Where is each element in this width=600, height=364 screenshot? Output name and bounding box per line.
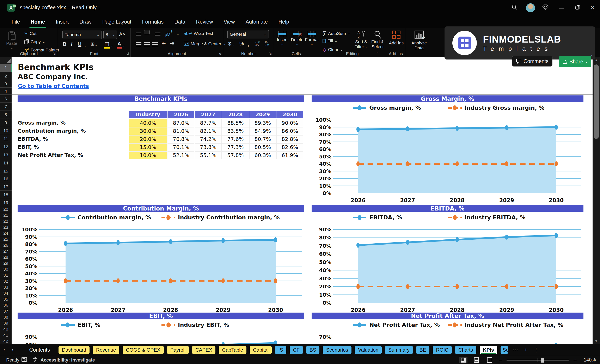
fill-color-button[interactable]: ▨ (104, 41, 110, 49)
search-icon[interactable] (509, 2, 520, 13)
row-header-6[interactable]: 6 (0, 95, 12, 103)
row-header-40[interactable]: 40 (0, 326, 12, 332)
row-header-41[interactable]: 41 (0, 332, 12, 338)
row-header-26[interactable]: 26 (0, 242, 12, 248)
row-header-39[interactable]: 39 (0, 320, 12, 326)
minimize-button[interactable]: — (556, 2, 567, 13)
year-value-cell[interactable]: 60.3% (249, 151, 276, 159)
row-header-1[interactable]: 1 (0, 64, 12, 72)
sheet-tab-cogs-opex[interactable]: COGS & OPEX (122, 346, 164, 354)
format-cells-button[interactable]: Format⌄ (305, 31, 319, 46)
align-bottom-icon[interactable] (155, 32, 160, 36)
row-header-29[interactable]: 29 (0, 260, 12, 266)
fill-button[interactable]: ↓Fill⌄ (323, 38, 338, 43)
year-value-cell[interactable]: 89.3% (249, 119, 276, 127)
sheet-tab-dashboard[interactable]: Dashboard (58, 346, 90, 354)
page-layout-view-button[interactable] (472, 357, 481, 363)
menu-tab-formulas[interactable]: Formulas (138, 17, 168, 27)
orientation-icon[interactable]: ab↗ (163, 28, 175, 39)
sheet-tab-sc[interactable]: Sc (500, 346, 508, 354)
row-header-36[interactable]: 36 (0, 302, 12, 308)
menu-tab-view[interactable]: View (219, 17, 239, 27)
row-header-2[interactable]: 2 (0, 72, 12, 80)
find-select-button[interactable]: Find & Select ⌄ (370, 30, 385, 55)
year-value-cell[interactable]: 82.8% (276, 135, 303, 143)
year-value-cell[interactable]: 73.8% (194, 143, 222, 151)
zoom-out-button[interactable]: − (498, 356, 502, 364)
row-headers[interactable]: 1234678910111213141516171819202122232425… (0, 64, 12, 344)
row-header-13[interactable]: 13 (0, 151, 12, 159)
worksheet[interactable]: Benchmark KPIs ABC Company Inc. Go to Ta… (12, 57, 592, 344)
row-header-7[interactable]: 7 (0, 103, 12, 111)
industry-value-cell[interactable]: 20.0% (128, 135, 168, 143)
sheet-tab-capex[interactable]: CAPEX (192, 346, 216, 354)
align-center-icon[interactable] (144, 42, 150, 46)
row-header-20[interactable]: 20 (0, 206, 12, 212)
row-header-14[interactable]: 14 (0, 159, 12, 167)
sheet-tab-roic[interactable]: ROIC (432, 346, 452, 354)
sheet-tab-kpis[interactable]: KPIs (479, 346, 498, 354)
comma-format-button[interactable]: , (247, 40, 249, 48)
vertical-scrollbar[interactable]: ▲ ▼ (592, 57, 600, 344)
sheet-tab-is[interactable]: IS (275, 346, 287, 354)
scroll-down-icon[interactable]: ▼ (592, 338, 600, 344)
year-value-cell[interactable]: 82.6% (276, 143, 303, 151)
year-value-cell[interactable]: 61.9% (276, 151, 303, 159)
paste-button[interactable]: Paste⌄ (6, 31, 17, 50)
underline-dropdown[interactable]: ⌄ (84, 43, 87, 47)
avatar[interactable] (525, 3, 536, 14)
insert-cells-button[interactable]: Insert⌄ (277, 31, 288, 46)
clipboard-dialog-launcher[interactable]: ⇲ (53, 52, 56, 56)
sheet-tab-captable[interactable]: CapTable (218, 346, 247, 354)
page-break-view-button[interactable] (485, 357, 494, 363)
row-header-9[interactable]: 9 (0, 119, 12, 127)
sheet-tab-bs[interactable]: BS (306, 346, 320, 354)
analyze-data-button[interactable]: Analyze Data (411, 31, 427, 50)
row-header-17[interactable]: 17 (0, 183, 12, 191)
row-header-27[interactable]: 27 (0, 248, 12, 254)
sheet-options-icon[interactable]: ⋮ (530, 346, 542, 353)
increase-font-icon[interactable]: A˄ (119, 31, 125, 37)
sheet-tab-summary[interactable]: Summary (384, 346, 413, 354)
decrease-decimal-button[interactable]: .00→.0 (264, 40, 269, 46)
menu-tab-page-layout[interactable]: Page Layout (98, 17, 136, 27)
industry-value-cell[interactable]: 40.0% (128, 119, 168, 127)
zoom-slider-thumb[interactable] (541, 358, 544, 363)
sort-filter-button[interactable]: AZ Sort & Filter ⌄ (354, 30, 369, 50)
industry-value-cell[interactable]: 30.0% (128, 127, 168, 135)
align-right-icon[interactable] (152, 42, 158, 46)
menu-tab-help[interactable]: Help (274, 17, 294, 27)
close-button[interactable]: ✕ (587, 2, 598, 13)
row-header-21[interactable]: 21 (0, 212, 12, 218)
normal-view-button[interactable] (459, 357, 468, 363)
sheet-tab-charts[interactable]: Charts (455, 346, 477, 354)
addins-button[interactable]: Add-ins (389, 31, 403, 46)
year-value-cell[interactable]: 87.0% (168, 119, 194, 127)
align-top-icon[interactable] (136, 32, 141, 36)
more-sheets-button[interactable]: ⋯ (510, 346, 521, 353)
align-left-icon[interactable] (136, 42, 141, 46)
industry-value-cell[interactable]: 15.0% (128, 143, 168, 151)
align-middle-icon[interactable] (144, 30, 150, 34)
row-header-34[interactable]: 34 (0, 290, 12, 296)
sheet-tab-capital[interactable]: Capital (249, 346, 272, 354)
row-header-19[interactable]: 19 (0, 199, 12, 206)
year-value-cell[interactable]: 70.8% (168, 135, 194, 143)
accessibility-icon[interactable] (33, 357, 38, 363)
row-header-31[interactable]: 31 (0, 272, 12, 278)
row-header-28[interactable]: 28 (0, 254, 12, 260)
row-header-11[interactable]: 11 (0, 135, 12, 143)
zoom-slider[interactable] (506, 360, 569, 361)
menu-tab-draw[interactable]: Draw (75, 17, 96, 27)
currency-format-button[interactable]: $ ⌄ (228, 41, 235, 47)
merge-center-button[interactable]: Merge & Center⌄ (184, 41, 226, 46)
underline-button[interactable]: U (78, 41, 81, 47)
sheet-tab-be[interactable]: BE (416, 346, 430, 354)
bold-button[interactable]: B (63, 41, 66, 47)
menu-tab-automate[interactable]: Automate (241, 17, 272, 27)
year-value-cell[interactable]: 55.1% (194, 151, 222, 159)
menu-tab-file[interactable]: File (7, 17, 24, 27)
menu-tab-data[interactable]: Data (170, 17, 190, 27)
row-header-18[interactable]: 18 (0, 191, 12, 199)
industry-value-cell[interactable]: 10.0% (128, 151, 168, 159)
